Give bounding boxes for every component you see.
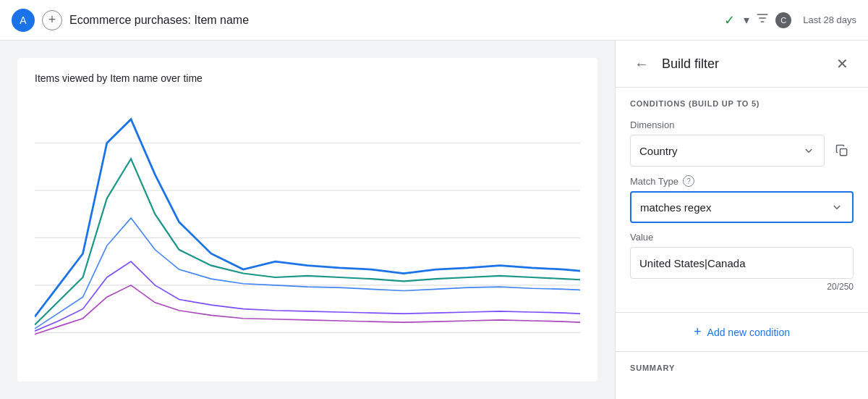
chart-container: Items viewed by Item name over time: [17, 58, 597, 382]
match-type-select[interactable]: matches regex: [630, 191, 854, 223]
add-condition-row: + Add new condition: [616, 313, 868, 352]
add-condition-label: Add new condition: [707, 327, 790, 338]
sidebar: ← Build filter ✕ CONDITIONS (BUILD UP TO…: [615, 41, 868, 399]
topbar: A + Ecommerce purchases: Item name ✓ ▾ C…: [0, 0, 868, 41]
add-tab-button[interactable]: +: [42, 10, 62, 30]
svg-rect-5: [841, 149, 847, 156]
sidebar-title: Build filter: [662, 56, 822, 72]
summary-section: SUMMARY: [616, 352, 868, 384]
filter-badge: C: [775, 12, 791, 28]
dimension-field-row: Dimension Country: [630, 119, 854, 167]
copy-icon[interactable]: [830, 139, 854, 162]
avatar[interactable]: A: [12, 9, 35, 32]
dimension-chevron-icon: [802, 144, 815, 157]
conditions-label: CONDITIONS (BUILD UP TO 5): [630, 99, 854, 108]
add-condition-plus-icon: +: [694, 324, 702, 340]
filter-icon: [755, 11, 770, 29]
sidebar-content: CONDITIONS (BUILD UP TO 5) Dimension Cou…: [616, 88, 868, 399]
title-chevron-button[interactable]: ▾: [744, 13, 749, 27]
check-icon: ✓: [720, 12, 738, 29]
chart-panel: Items viewed by Item name over time: [0, 41, 615, 399]
chart-area: [35, 96, 580, 364]
value-field-row: Value 20/250: [630, 232, 854, 292]
chart-title: Items viewed by Item name over time: [35, 72, 580, 84]
add-condition-button[interactable]: + Add new condition: [694, 324, 790, 340]
dimension-select[interactable]: Country: [630, 135, 825, 167]
value-label: Value: [630, 232, 854, 243]
line-chart-svg: [35, 96, 580, 364]
value-input[interactable]: [630, 247, 854, 279]
main-area: Items viewed by Item name over time: [0, 41, 868, 399]
dimension-label: Dimension: [630, 119, 854, 130]
char-count: 20/250: [630, 282, 854, 292]
help-icon[interactable]: ?: [683, 175, 694, 187]
title-actions: ✓ ▾ C Last 28 days: [720, 11, 856, 29]
match-type-label: Match Type ?: [630, 175, 854, 187]
summary-label: SUMMARY: [630, 364, 854, 372]
dimension-row: Country: [630, 135, 854, 167]
sidebar-header: ← Build filter ✕: [616, 41, 868, 88]
date-range: Last 28 days: [803, 14, 856, 25]
report-title: Ecommerce purchases: Item name: [69, 14, 713, 27]
close-button[interactable]: ✕: [830, 52, 854, 75]
conditions-section: CONDITIONS (BUILD UP TO 5) Dimension Cou…: [616, 88, 868, 313]
match-type-field-row: Match Type ? matches regex: [630, 175, 854, 223]
match-type-chevron-icon: [830, 201, 843, 214]
back-button[interactable]: ←: [630, 52, 653, 75]
